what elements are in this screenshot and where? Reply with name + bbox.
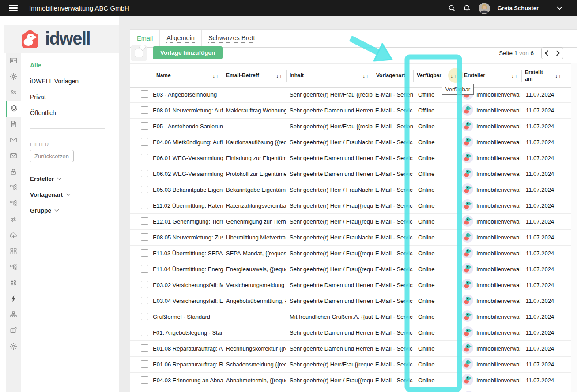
bell-icon[interactable] — [463, 4, 471, 12]
table-row[interactable]: E11.04 Übermittlung: Energi…Energieauswe… — [130, 261, 577, 277]
rail-item-people-icon[interactable] — [6, 85, 21, 101]
tab-allgemein[interactable]: Allgemein — [160, 30, 202, 47]
chevron-right-icon[interactable] — [552, 48, 563, 59]
row-checkbox[interactable] — [141, 186, 148, 193]
sort-icon[interactable]: ↓↑ — [212, 72, 219, 79]
table-row[interactable]: E08.01 Neuvermietung: Auftr…Maklerauftra… — [130, 103, 577, 119]
row-checkbox[interactable] — [141, 138, 148, 146]
tab-schwarzes-brett[interactable]: Schwarzes Brett — [202, 30, 262, 47]
table-row[interactable]: E11.02 Übermittlung: Ratenz…Ratenzahlung… — [130, 198, 577, 214]
cell-creator: Immobilienverwal… — [460, 136, 521, 149]
rail-item-layers-icon[interactable] — [6, 101, 21, 117]
row-checkbox[interactable] — [141, 281, 148, 288]
column-header-inhalt[interactable]: Inhalt↓↑ — [286, 64, 373, 87]
column-header-email-betreff[interactable]: Email-Betreff↓↑ — [223, 64, 286, 87]
row-checkbox[interactable] — [141, 122, 148, 130]
column-header-erstellt-am[interactable]: Erstellt am↓↑ — [521, 64, 577, 87]
filter-group-label: Gruppe — [30, 207, 51, 214]
rail-item-envelope-icon[interactable] — [6, 133, 21, 149]
sidebar-item-alle[interactable]: Alle — [30, 57, 114, 73]
table-row-partial[interactable] — [130, 388, 577, 392]
column-header-vorlagenart[interactable]: Vorlagenart — [373, 64, 413, 87]
sort-icon[interactable]: ↓↑ — [362, 72, 369, 79]
table-row[interactable]: E04.06 Mietkündigung: Auflö…Kautionsaufl… — [130, 134, 577, 150]
row-checkbox[interactable] — [141, 90, 148, 98]
add-template-button[interactable]: Vorlage hinzufügen — [153, 46, 223, 59]
table-row[interactable]: E05.03 Bekanntgabe Eigentü…Bekanntgabe E… — [130, 182, 577, 198]
row-checkbox[interactable] — [141, 376, 148, 384]
table-row[interactable]: E05 - Anstehende Sanierung…Sehr geehrte(… — [130, 119, 577, 134]
user-avatar[interactable] — [479, 3, 490, 14]
row-checkbox[interactable] — [141, 249, 148, 257]
sidebar-item-idwell-vorlagen[interactable]: iDWELL Vorlagen — [30, 73, 114, 89]
rail-item-envelope-icon-2[interactable] — [6, 149, 21, 164]
row-checkbox[interactable] — [141, 106, 148, 114]
sort-icon[interactable]: ↓↑ — [511, 72, 518, 79]
row-checkbox[interactable] — [141, 344, 148, 352]
table-row[interactable]: E08.05 Neuvermietung: Zuse…Übermittlung … — [130, 230, 577, 246]
search-icon[interactable] — [448, 4, 456, 12]
sort-icon[interactable]: ↓↑ — [450, 72, 457, 79]
pagination: Seite 1 von 6 — [499, 47, 563, 59]
rail-item-cloud-upload-icon[interactable] — [6, 228, 21, 244]
row-checkbox[interactable] — [141, 233, 148, 241]
sidebar-item-privat[interactable]: Privat — [30, 89, 114, 105]
creator-name: Immobilienverwal… — [476, 91, 521, 98]
row-checkbox[interactable] — [141, 154, 148, 161]
rail-item-lock-icon[interactable] — [6, 164, 21, 180]
swap-arrows-icon — [9, 215, 18, 225]
filter-group-gruppe[interactable]: Gruppe — [30, 202, 70, 218]
rail-item-sitemap-icon-2[interactable] — [6, 196, 21, 212]
filter-group-vorlagenart[interactable]: Vorlagenart — [30, 187, 70, 202]
row-checkbox[interactable] — [141, 360, 148, 368]
rail-item-gear-icon[interactable] — [6, 69, 21, 85]
sidebar-item--ffentlich[interactable]: Öffentlich — [30, 105, 114, 121]
table-row[interactable]: E12.01 Genehmigung: Tierha…Genehmigung z… — [130, 214, 577, 230]
rail-item-group-circles-icon[interactable] — [6, 276, 21, 291]
cell-template-type: E-Mail - Servic… — [373, 171, 413, 177]
rail-item-id-card-icon[interactable] — [6, 53, 21, 69]
row-checkbox[interactable] — [141, 217, 148, 225]
table-row[interactable]: E03 - AngebotseinholungSehr geehrte(r) H… — [130, 87, 577, 103]
sort-icon[interactable]: ↓↑ — [555, 72, 562, 79]
rail-item-lightning-icon[interactable] — [6, 291, 21, 307]
filter-group-ersteller[interactable]: Ersteller — [30, 171, 70, 187]
table-row[interactable]: E06.01 WEG-Versammlung: …Einladung zur E… — [130, 150, 577, 166]
rail-item-org-chart-icon[interactable] — [6, 307, 21, 323]
rail-item-swap-arrows-icon[interactable] — [6, 212, 21, 228]
table-row[interactable]: E04.03 Erinnerung an Abnah…Abnahmetermin… — [130, 373, 577, 388]
rail-item-book-icon[interactable] — [6, 323, 21, 339]
chevron-left-icon[interactable] — [542, 48, 552, 59]
chevron-down-icon[interactable] — [556, 4, 562, 10]
hamburger-icon[interactable] — [9, 5, 18, 11]
table-row[interactable]: E01.06 Reparaturauftrag: Rü…Schadensmeld… — [130, 357, 577, 373]
cell-creator: Immobilienverwal… — [460, 263, 521, 276]
tab-email[interactable]: Email — [130, 30, 160, 47]
table-row[interactable]: E01.08 Reparaturauftrag: Abl…Rechnungsko… — [130, 341, 577, 357]
column-header-name[interactable]: Name↓↑ — [153, 64, 223, 87]
row-checkbox[interactable] — [141, 297, 148, 304]
table-row[interactable]: F01. Angebotslegung - Stand…Sehr geehrte… — [130, 325, 577, 341]
vertical-scrollbar[interactable] — [571, 63, 577, 392]
rail-item-grid-icon[interactable] — [6, 244, 21, 260]
table-row[interactable]: E11.03 Übermittlung: SEPA-…SEPA-Mandat, … — [130, 246, 577, 261]
row-checkbox[interactable] — [141, 329, 148, 336]
table-row[interactable]: E03.02 Versicherungsfall: M…Versicherung… — [130, 277, 577, 293]
cell-template-type: E-Mail - Servic… — [373, 298, 413, 304]
table-row[interactable]: E06.02 WEG-Versammlung: …Protokoll zur E… — [130, 166, 577, 182]
reset-filters-button[interactable]: Zurücksetzen — [30, 150, 74, 162]
row-checkbox[interactable] — [141, 170, 148, 177]
user-name[interactable]: Greta Schuster — [498, 5, 539, 11]
sort-icon[interactable]: ↓↑ — [276, 72, 283, 79]
cell-created-date: 11.07.2024 — [521, 314, 577, 320]
rail-item-document-icon[interactable] — [6, 117, 21, 133]
rail-item-sitemap-icon[interactable] — [6, 180, 21, 196]
row-checkbox[interactable] — [141, 202, 148, 209]
row-checkbox[interactable] — [141, 265, 148, 273]
row-checkbox[interactable] — [141, 313, 148, 320]
rail-item-org-tree-icon[interactable] — [6, 260, 21, 276]
table-row[interactable]: E03.04 Versicherungsfall: Ei…Angebotsübe… — [130, 293, 577, 309]
chevron-down-icon — [66, 192, 71, 196]
rail-item-gear-icon-2[interactable] — [6, 339, 21, 355]
table-row[interactable]: Grußformel - StandardMit freundlichen Gr… — [130, 309, 577, 325]
